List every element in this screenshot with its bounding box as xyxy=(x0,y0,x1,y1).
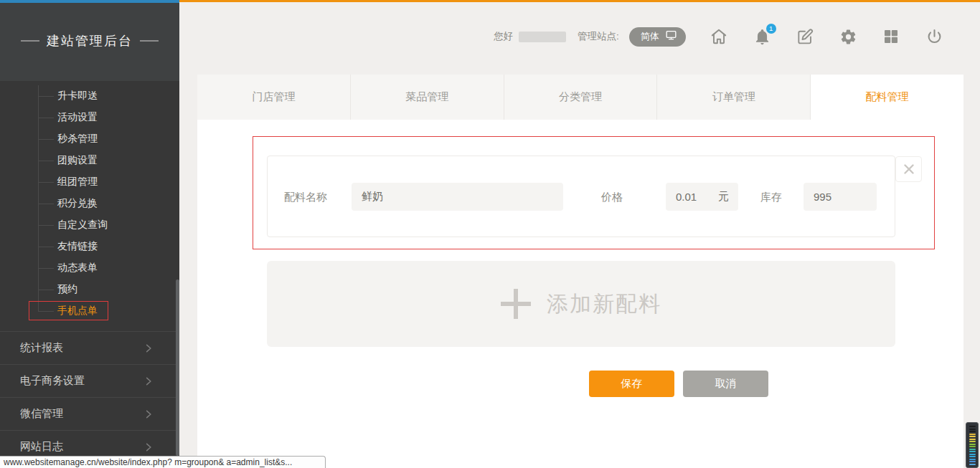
tab-label: 门店管理 xyxy=(252,90,295,104)
close-icon xyxy=(903,163,915,176)
tree-tick xyxy=(38,247,54,247)
sidebar-item-label: 组团管理 xyxy=(57,176,98,188)
sidebar-section-2[interactable]: 电子商务设置 xyxy=(0,364,179,397)
home-icon xyxy=(710,27,728,46)
widget-stripe xyxy=(969,464,976,465)
chevron-right-icon xyxy=(143,343,154,353)
sidebar-scrollbar[interactable] xyxy=(176,280,179,456)
tree-tick xyxy=(38,204,54,204)
sidebar-item-10[interactable]: 预约 xyxy=(0,279,179,300)
sidebar-item-6[interactable]: 积分兑换 xyxy=(0,193,179,214)
sidebar-item-8[interactable]: 友情链接 xyxy=(0,236,179,257)
widget-stripe xyxy=(969,429,976,430)
stock-input[interactable] xyxy=(804,183,877,211)
form-actions: 保存 取消 xyxy=(589,371,768,397)
tab-label: 菜品管理 xyxy=(405,90,448,104)
sidebar-item-label: 预约 xyxy=(57,283,77,296)
sidebar-section-3[interactable]: 微信管理 xyxy=(0,397,179,430)
chevron-right-icon xyxy=(143,409,154,419)
tab-5-active[interactable]: 配料管理 xyxy=(811,75,963,120)
apps-button[interactable] xyxy=(882,27,901,47)
tab-label: 分类管理 xyxy=(559,90,602,104)
widget-stripe xyxy=(969,439,976,440)
tree-tick xyxy=(38,161,54,161)
header-bar: 您好 管理站点: 简体 1 xyxy=(494,26,944,47)
sidebar-section-1[interactable]: 统计报表 xyxy=(0,331,179,364)
sidebar-item-11-active[interactable]: 手机点单 xyxy=(0,300,179,322)
plus-icon xyxy=(501,289,531,319)
sidebar-item-4[interactable]: 团购设置 xyxy=(0,150,179,171)
widget-stripe xyxy=(969,454,976,455)
sidebar-item-3[interactable]: 秒杀管理 xyxy=(0,128,179,150)
price-label: 价格 xyxy=(601,156,623,238)
language-label: 简体 xyxy=(641,30,659,43)
sidebar-item-label: 活动设置 xyxy=(57,111,98,124)
module-tabs: 门店管理菜品管理分类管理订单管理配料管理 xyxy=(197,75,963,120)
ingredient-card: 配料名称 价格 元 库存 xyxy=(267,156,895,237)
notifications-button[interactable]: 1 xyxy=(753,27,772,47)
ingredient-name-input[interactable] xyxy=(352,183,563,211)
tree-tick xyxy=(38,96,54,97)
tab-2[interactable]: 菜品管理 xyxy=(351,75,504,120)
add-ingredient-button[interactable]: 添加新配料 xyxy=(267,261,895,347)
sidebar-item-label: 友情链接 xyxy=(57,240,98,253)
brand-dash-left xyxy=(21,40,39,42)
section-label: 统计报表 xyxy=(20,341,63,355)
sidebar: 建站管理后台 升卡即送活动设置秒杀管理团购设置组团管理积分兑换自定义查询友情链接… xyxy=(0,0,179,468)
widget-stripe xyxy=(969,446,976,447)
widget-stripe xyxy=(969,451,976,452)
sidebar-submenu: 升卡即送活动设置秒杀管理团购设置组团管理积分兑换自定义查询友情链接动态表单预约手… xyxy=(0,85,179,323)
app-title: 建站管理后台 xyxy=(47,32,133,49)
settings-button[interactable] xyxy=(839,27,858,47)
sidebar-sections: 统计报表电子商务设置微信管理网站日志 xyxy=(0,331,179,463)
sidebar-item-2[interactable]: 活动设置 xyxy=(0,107,179,128)
section-label: 微信管理 xyxy=(20,407,63,421)
widget-stripe xyxy=(969,461,976,462)
tab-3[interactable]: 分类管理 xyxy=(504,75,658,120)
content-top-accent xyxy=(179,0,980,2)
tree-tick xyxy=(38,118,54,118)
tree-tick xyxy=(38,182,54,183)
power-icon xyxy=(925,28,943,46)
logout-button[interactable] xyxy=(925,27,944,47)
chevron-right-icon xyxy=(143,442,154,452)
sidebar-item-label: 自定义查询 xyxy=(57,219,108,231)
widget-stripe xyxy=(969,431,976,432)
sidebar-header: 建站管理后台 xyxy=(0,0,179,81)
sidebar-item-9[interactable]: 动态表单 xyxy=(0,257,179,279)
tab-1[interactable]: 门店管理 xyxy=(197,75,351,120)
scroll-marker-widget[interactable] xyxy=(966,422,979,468)
sidebar-item-1[interactable]: 升卡即送 xyxy=(0,85,179,107)
section-label: 网站日志 xyxy=(20,440,63,454)
sidebar-item-label: 积分兑换 xyxy=(57,197,98,210)
stock-label: 库存 xyxy=(760,156,782,238)
tree-tick xyxy=(38,290,54,290)
tab-4[interactable]: 订单管理 xyxy=(657,75,811,120)
save-button[interactable]: 保存 xyxy=(589,371,674,397)
sidebar-item-label: 动态表单 xyxy=(57,262,98,274)
greeting-label: 您好 xyxy=(494,30,513,43)
notification-badge: 1 xyxy=(766,24,776,34)
cancel-button[interactable]: 取消 xyxy=(683,371,768,397)
tree-tick xyxy=(38,225,54,226)
gear-icon xyxy=(839,28,857,46)
section-label: 电子商务设置 xyxy=(20,374,85,388)
main-content: 门店管理菜品管理分类管理订单管理配料管理 配料名称 价格 元 库存 添加新配料 … xyxy=(197,75,963,468)
sidebar-item-5[interactable]: 组团管理 xyxy=(0,171,179,193)
price-unit-label: 元 xyxy=(718,183,729,211)
sidebar-top-accent xyxy=(0,0,179,3)
compose-button[interactable] xyxy=(796,27,815,47)
monitor-icon xyxy=(665,29,677,44)
widget-stripe xyxy=(969,459,976,460)
home-button[interactable] xyxy=(710,27,729,47)
widget-stripe xyxy=(969,456,976,457)
username-redacted xyxy=(519,32,566,42)
edit-icon xyxy=(796,28,814,46)
sidebar-item-7[interactable]: 自定义查询 xyxy=(0,214,179,236)
language-site-button[interactable]: 简体 xyxy=(629,27,686,47)
remove-ingredient-button[interactable] xyxy=(895,156,922,182)
manage-site-label: 管理站点: xyxy=(578,30,619,43)
tree-tick xyxy=(38,311,54,312)
brand-dash-right xyxy=(140,40,159,42)
sidebar-item-label: 团购设置 xyxy=(57,154,98,167)
